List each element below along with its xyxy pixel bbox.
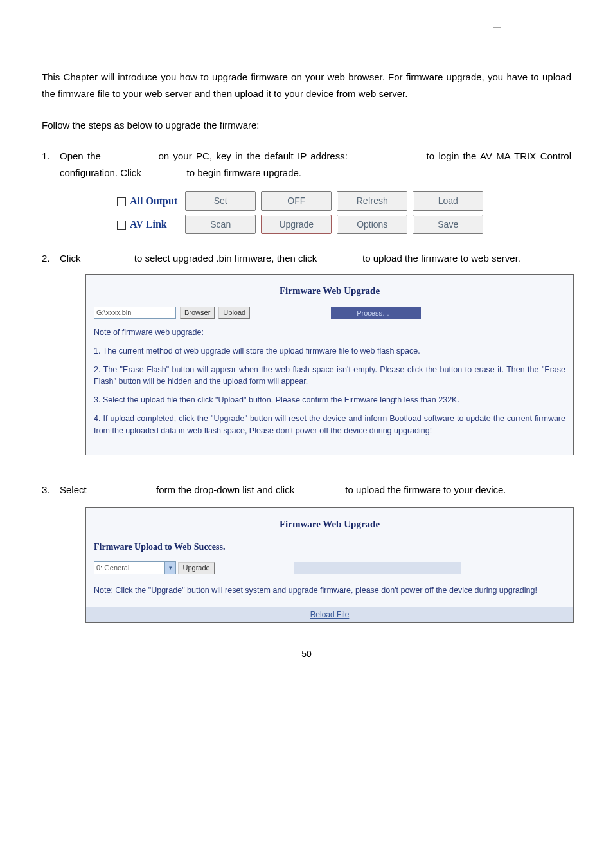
av-link-checkbox[interactable]: [117, 221, 126, 230]
step3-text-a: Select: [60, 484, 87, 495]
off-button[interactable]: OFF: [261, 191, 332, 211]
progress-bar: [294, 562, 461, 574]
save-button[interactable]: Save: [413, 215, 483, 235]
step-number: 1.: [42, 148, 60, 248]
step-2: 2. Click to select upgraded .bin firmwar…: [42, 250, 571, 462]
note-1: 1. The current method of web upgrade wil…: [94, 345, 565, 357]
control-panel: All Output Set OFF Refresh Load AV Link …: [114, 189, 486, 236]
step1-text-e: to begin firmware upgrade.: [187, 167, 301, 178]
note-header: Note of firmware web upgrade:: [94, 327, 565, 339]
set-button[interactable]: Set: [185, 191, 256, 211]
select-value: 0: General: [96, 564, 129, 572]
step1-text-b: on your PC, key in the default IP addres…: [158, 150, 347, 161]
note-4: 4. If upload completed, click the "Upgra…: [94, 413, 565, 437]
all-output-row: All Output: [114, 189, 182, 213]
options-button[interactable]: Options: [337, 215, 407, 235]
note-3: 3. Select the upload file then click "Up…: [94, 394, 565, 406]
firmware-upgrade-panel-2: Firmware Web Upgrade Firmware Upload to …: [85, 507, 574, 623]
header-rule: [42, 33, 571, 33]
page-number: 50: [42, 649, 571, 659]
page-header-dash: —: [42, 23, 571, 32]
upgrade-button[interactable]: Upgrade: [261, 215, 332, 235]
firmware-upgrade-panel-1: Firmware Web Upgrade G:\xxxx.bin Browser…: [85, 274, 574, 456]
upload-button[interactable]: Upload: [218, 307, 250, 319]
firmware-title: Firmware Web Upgrade: [94, 284, 565, 298]
step-3: 3. Select form the drop-down list and cl…: [42, 482, 571, 624]
refresh-button[interactable]: Refresh: [337, 191, 407, 211]
upgrade-button-2[interactable]: Upgrade: [178, 562, 214, 574]
step3-text-b: form the drop-down list and click: [156, 484, 294, 495]
browser-button[interactable]: Browser: [180, 307, 215, 319]
scan-button[interactable]: Scan: [185, 215, 256, 235]
av-link-label: AV Link: [130, 219, 167, 230]
av-link-row: AV Link: [114, 213, 182, 237]
chevron-down-icon: ▾: [164, 562, 175, 574]
firmware-select[interactable]: 0: General ▾: [94, 561, 176, 574]
upload-success-text: Firmware Upload to Web Success.: [94, 540, 565, 554]
firmware-title-2: Firmware Web Upgrade: [94, 517, 565, 532]
step3-text-c: to upload the firmware to your device.: [345, 484, 506, 495]
step2-text-a: Click: [60, 253, 81, 264]
step2-text-c: to upload the firmware to web server.: [362, 253, 520, 264]
file-path-input[interactable]: G:\xxxx.bin: [94, 307, 176, 319]
step-number: 2.: [42, 250, 60, 462]
step-number: 3.: [42, 482, 60, 624]
step-1: 1. Open the on your PC, key in the defau…: [42, 148, 571, 248]
load-button[interactable]: Load: [413, 191, 483, 211]
step1-text-a: Open the: [60, 150, 101, 161]
follow-paragraph: Follow the steps as below to upgrade the…: [42, 117, 571, 134]
process-bar: Process…: [331, 307, 421, 319]
note-2: 2. The "Erase Flash" button will appear …: [94, 364, 565, 388]
all-output-checkbox[interactable]: [117, 197, 126, 206]
upgrade-note: Note: Click the "Upgrade" button will re…: [94, 584, 565, 597]
step1-text-c: to: [427, 150, 435, 161]
reload-file-link[interactable]: Reload File: [86, 607, 573, 622]
blank-ip: [351, 149, 422, 159]
step2-text-b: to select upgraded .bin firmware, then c…: [134, 253, 317, 264]
all-output-label: All Output: [130, 195, 177, 206]
intro-paragraph: This Chapter will introduce you how to u…: [42, 69, 571, 103]
